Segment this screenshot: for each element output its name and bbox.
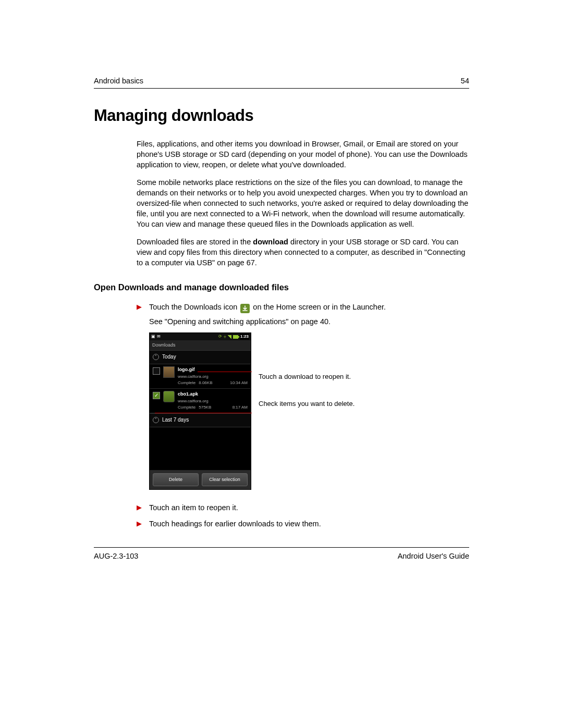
body-text: Files, applications, and other items you…: [137, 139, 469, 268]
wifi-icon: ⏚: [224, 334, 226, 340]
expand-icon: ˅: [153, 417, 159, 423]
section-heading: Open Downloads and manage downloaded fil…: [94, 282, 469, 292]
sync-icon: ⟳: [218, 334, 222, 340]
triangle-bullet-icon: ▶: [137, 302, 144, 497]
button-bar: Delete Clear selection: [150, 470, 251, 489]
document-page: Android basics 54 Managing downloads Fil…: [0, 0, 563, 728]
step-item: ▶ Touch the Downloads icon on the Home s…: [137, 302, 469, 497]
file-time: 10:34 AM: [230, 380, 248, 386]
paragraph: Files, applications, and other items you…: [137, 139, 469, 170]
step-text: Touch the Downloads icon on the Home scr…: [149, 303, 386, 311]
file-source: www.calflora.org: [178, 398, 248, 404]
downloads-app-icon: [240, 304, 250, 313]
checkbox-checked[interactable]: [153, 392, 160, 399]
group-header-last7[interactable]: ˅ Last 7 days: [150, 413, 251, 427]
signal-icon: [228, 335, 231, 339]
page-title: Managing downloads: [94, 106, 469, 125]
phone-screen: ▣ ✉ ⟳ ⏚ 1:23 Downloads: [149, 332, 251, 490]
collapse-icon: ˄: [153, 354, 159, 360]
page-number: 54: [461, 77, 469, 85]
notification-icon: ✉: [157, 334, 161, 340]
notification-icon: ▣: [151, 334, 155, 340]
group-header-today[interactable]: ˄ Today: [150, 350, 251, 364]
callout-labels: Touch a download to reopen it. Check ite…: [259, 332, 394, 490]
running-footer: AUG-2.3-103 Android User's Guide: [94, 547, 469, 560]
download-row[interactable]: cbo1.apk www.calflora.org Complete 575KB…: [150, 389, 251, 413]
file-thumbnail: [163, 391, 175, 402]
callout-text: Check items you want to delete.: [259, 399, 354, 409]
callout-line: [155, 413, 252, 414]
app-title-bar: Downloads: [150, 340, 251, 350]
step-text: Touch an item to reopen it.: [149, 502, 469, 513]
doc-title: Android User's Guide: [398, 552, 469, 560]
status-bar: ▣ ✉ ⟳ ⏚ 1:23: [150, 333, 251, 340]
triangle-bullet-icon: ▶: [137, 519, 144, 529]
running-header: Android basics 54: [94, 77, 469, 89]
battery-icon: [233, 335, 238, 339]
steps-list: ▶ Touch the Downloads icon on the Home s…: [137, 302, 469, 529]
paragraph: Downloaded files are stored in the downl…: [137, 237, 469, 268]
download-row[interactable]: logo.gif www.calflora.org Complete 8.06K…: [150, 364, 251, 389]
paragraph: Some mobile networks place restrictions …: [137, 177, 469, 229]
section-name: Android basics: [94, 77, 143, 85]
checkbox-unchecked[interactable]: [153, 367, 160, 375]
clock: 1:23: [240, 334, 249, 340]
screenshot-figure: ▣ ✉ ⟳ ⏚ 1:23 Downloads: [149, 332, 469, 490]
file-name: cbo1.apk: [178, 391, 248, 398]
file-thumbnail: [163, 366, 175, 378]
triangle-bullet-icon: ▶: [137, 502, 144, 513]
file-source: www.calflora.org: [178, 374, 248, 380]
doc-id: AUG-2.3-103: [94, 552, 138, 560]
file-time: 8:17 AM: [232, 404, 248, 411]
callout-text: Touch a download to reopen it.: [259, 372, 351, 382]
delete-button[interactable]: Delete: [153, 473, 199, 486]
step-item: ▶ Touch an item to reopen it.: [137, 502, 469, 513]
clear-selection-button[interactable]: Clear selection: [202, 473, 248, 486]
step-item: ▶ Touch headings for earlier downloads t…: [137, 519, 469, 529]
step-subtext: See "Opening and switching applications"…: [149, 316, 469, 327]
callout-line: [198, 372, 252, 373]
step-text: Touch headings for earlier downloads to …: [149, 519, 469, 529]
